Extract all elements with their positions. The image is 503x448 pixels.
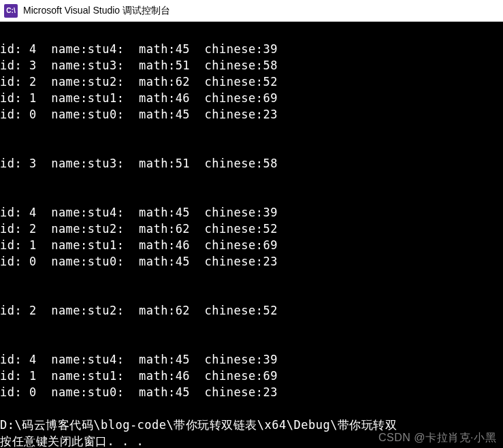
output-row: id: 4 name:stu4: math:45 chinese:39 [0, 351, 503, 368]
console-area[interactable]: id: 4 name:stu4: math:45 chinese:39id: 3… [0, 22, 503, 448]
blank-line [0, 139, 503, 155]
blank-line [0, 319, 503, 335]
output-row: id: 2 name:stu2: math:62 chinese:52 [0, 74, 503, 90]
output-row: id: 2 name:stu2: math:62 chinese:52 [0, 221, 503, 237]
output-row: id: 0 name:stu0: math:45 chinese:23 [0, 106, 503, 123]
blank-line [0, 400, 503, 417]
output-row: id: 4 name:stu4: math:45 chinese:39 [0, 41, 503, 57]
blank-line [0, 172, 503, 188]
window-title: Microsoft Visual Studio 调试控制台 [23, 5, 170, 17]
output-row: id: 4 name:stu4: math:45 chinese:39 [0, 204, 503, 221]
watermark-text: CSDN @卡拉肖克·小黑 [378, 431, 496, 445]
window-titlebar[interactable]: C:\ Microsoft Visual Studio 调试控制台 [0, 0, 503, 22]
output-row: id: 3 name:stu3: math:51 chinese:58 [0, 155, 503, 172]
app-icon: C:\ [4, 4, 18, 18]
blank-line [0, 270, 503, 286]
blank-line [0, 188, 503, 204]
blank-line [0, 286, 503, 302]
output-row: id: 1 name:stu1: math:46 chinese:69 [0, 90, 503, 106]
output-row: id: 1 name:stu1: math:46 chinese:69 [0, 368, 503, 384]
output-row: id: 1 name:stu1: math:46 chinese:69 [0, 237, 503, 253]
blank-line [0, 123, 503, 139]
app-icon-text: C:\ [6, 7, 15, 14]
output-row: id: 3 name:stu3: math:51 chinese:58 [0, 57, 503, 74]
output-row: id: 0 name:stu0: math:45 chinese:23 [0, 253, 503, 270]
output-row: id: 2 name:stu2: math:62 chinese:52 [0, 302, 503, 319]
output-row: id: 0 name:stu0: math:45 chinese:23 [0, 384, 503, 400]
blank-line [0, 335, 503, 351]
